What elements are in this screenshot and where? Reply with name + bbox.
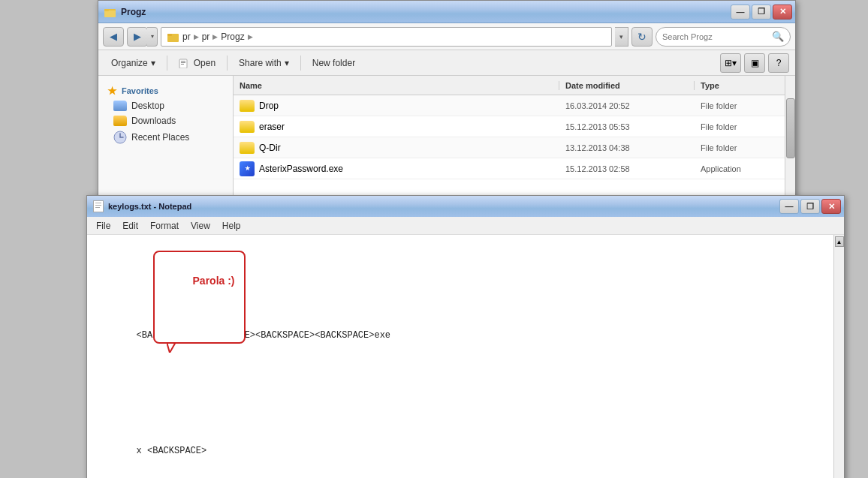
nav-dropdown-button[interactable]: ▾ bbox=[147, 27, 158, 47]
table-row[interactable]: eraser 15.12.2013 05:53 File folder bbox=[234, 116, 785, 137]
notepad-title-left: keylogs.txt - Notepad bbox=[93, 200, 191, 212]
toolbar-separator-2 bbox=[227, 56, 228, 71]
callout-label: Parola :) bbox=[193, 275, 235, 287]
recent-places-icon bbox=[113, 131, 127, 144]
col-header-name[interactable]: Name bbox=[234, 81, 559, 90]
scrollbar-thumb[interactable] bbox=[786, 98, 795, 158]
table-row[interactable]: Q-Dir 13.12.2013 04:38 File folder bbox=[234, 137, 785, 158]
view-options-btn[interactable]: ⊞▾ bbox=[720, 53, 741, 73]
toolbar-separator-3 bbox=[300, 56, 301, 71]
file-date: 15.12.2013 05:53 bbox=[559, 122, 695, 131]
file-name: eraser bbox=[259, 122, 285, 132]
search-box: 🔍 bbox=[656, 27, 791, 47]
explorer-toolbar: Organize ▾ Open Share with ▾ New folder … bbox=[98, 50, 795, 76]
table-row[interactable]: Drop 16.03.2014 20:52 File folder bbox=[234, 95, 785, 116]
toolbar-separator-1 bbox=[167, 56, 167, 71]
svg-rect-4 bbox=[167, 34, 172, 36]
notepad-scrollbar[interactable]: ▲ bbox=[833, 235, 844, 478]
file-type: File folder bbox=[695, 143, 785, 152]
file-date: 16.03.2014 20:52 bbox=[559, 101, 695, 110]
notepad-minimize-btn[interactable]: — bbox=[779, 199, 799, 214]
callout-tail-icon bbox=[167, 342, 182, 353]
explorer-title-text: Progz bbox=[121, 7, 146, 17]
col-header-type[interactable]: Type bbox=[695, 81, 785, 90]
menu-view[interactable]: View bbox=[185, 218, 216, 234]
notepad-line-3: x <BACKSPACE> bbox=[93, 429, 827, 473]
file-name-cell: Drop bbox=[234, 100, 559, 112]
forward-button[interactable]: ▶ bbox=[127, 27, 148, 47]
folder-icon bbox=[240, 142, 255, 154]
notepad-app-icon bbox=[93, 200, 104, 212]
notepad-text-line-3: x <BACKSPACE> bbox=[137, 446, 207, 456]
file-date: 13.12.2013 04:38 bbox=[559, 143, 695, 152]
svg-rect-7 bbox=[181, 62, 185, 63]
downloads-label: Downloads bbox=[131, 116, 176, 126]
explorer-close-btn[interactable]: ✕ bbox=[773, 5, 792, 20]
address-path[interactable]: pr ▶ pr ▶ Progz ▶ bbox=[161, 27, 612, 47]
notepad-maximize-btn[interactable]: ❐ bbox=[800, 199, 820, 214]
path-part-1: pr bbox=[182, 32, 191, 42]
notepad-close-btn[interactable]: ✕ bbox=[821, 199, 841, 214]
notepad-text-area[interactable]: Parola :) <BACKSPACE><BACKSPACE><BACKSPA… bbox=[87, 235, 833, 478]
menu-edit[interactable]: Edit bbox=[116, 218, 144, 234]
favorites-label: Favorites bbox=[122, 86, 158, 95]
favorites-section: ★ Favorites bbox=[98, 82, 233, 98]
new-folder-button[interactable]: New folder bbox=[306, 53, 362, 74]
notepad-window-controls: — ❐ ✕ bbox=[779, 199, 841, 214]
search-input[interactable] bbox=[662, 32, 769, 41]
favorites-star-icon: ★ bbox=[107, 85, 117, 97]
menu-help[interactable]: Help bbox=[216, 218, 247, 234]
back-button[interactable]: ◀ bbox=[103, 27, 124, 47]
menu-file[interactable]: File bbox=[90, 218, 116, 234]
path-arrow-3: ▶ bbox=[248, 33, 253, 41]
refresh-button[interactable]: ↻ bbox=[631, 27, 653, 47]
organize-button[interactable]: Organize ▾ bbox=[104, 53, 162, 74]
address-dropdown-btn[interactable]: ▾ bbox=[615, 27, 628, 47]
path-arrow-2: ▶ bbox=[212, 33, 218, 41]
folder-icon bbox=[240, 100, 255, 112]
share-with-button[interactable]: Share with ▾ bbox=[232, 53, 296, 74]
col-header-date[interactable]: Date modified bbox=[559, 81, 695, 90]
svg-rect-8 bbox=[181, 64, 184, 65]
preview-pane-btn[interactable]: ▣ bbox=[744, 53, 765, 73]
app-icon: ★ bbox=[240, 161, 255, 176]
path-arrow-1: ▶ bbox=[194, 33, 199, 41]
sidebar-item-desktop[interactable]: Desktop bbox=[98, 98, 233, 113]
svg-rect-2 bbox=[104, 9, 109, 11]
notepad-menu-bar: File Edit Format View Help bbox=[87, 217, 844, 235]
explorer-minimize-btn[interactable]: — bbox=[731, 5, 750, 20]
svg-rect-1 bbox=[104, 11, 116, 17]
folder-path-icon bbox=[167, 32, 179, 42]
svg-rect-6 bbox=[181, 61, 185, 62]
open-button[interactable]: Open bbox=[172, 53, 222, 74]
file-name: Q-Dir bbox=[259, 143, 281, 153]
explorer-title-bar: Progz — ❐ ✕ bbox=[98, 1, 795, 23]
file-list-header: Name Date modified Type bbox=[234, 76, 785, 95]
sidebar-item-recent-places[interactable]: Recent Places bbox=[98, 128, 233, 146]
folder-icon bbox=[240, 121, 255, 133]
desktop-label: Desktop bbox=[131, 101, 164, 111]
help-btn[interactable]: ? bbox=[768, 53, 789, 73]
search-icon[interactable]: 🔍 bbox=[772, 31, 784, 42]
notepad-line-2 bbox=[93, 386, 827, 401]
file-name-cell: eraser bbox=[234, 121, 559, 133]
desktop-folder-icon bbox=[113, 101, 127, 111]
toolbar-right: ⊞▾ ▣ ? bbox=[720, 53, 789, 73]
file-name: Drop bbox=[259, 101, 279, 111]
file-name-cell: Q-Dir bbox=[234, 142, 559, 154]
file-name-cell: ★ AsterixPassword.exe bbox=[234, 161, 559, 176]
explorer-title-left: Progz bbox=[104, 7, 146, 17]
file-name: AsterixPassword.exe bbox=[259, 164, 343, 174]
open-icon bbox=[179, 58, 191, 68]
recent-places-label: Recent Places bbox=[131, 132, 189, 143]
menu-format[interactable]: Format bbox=[144, 218, 185, 234]
explorer-window-controls: — ❐ ✕ bbox=[731, 5, 792, 20]
table-row[interactable]: ★ AsterixPassword.exe 15.12.2013 02:58 A… bbox=[234, 158, 785, 179]
file-type: Application bbox=[695, 164, 785, 173]
explorer-maximize-btn[interactable]: ❐ bbox=[752, 5, 771, 20]
notepad-title-bar: keylogs.txt - Notepad — ❐ ✕ bbox=[87, 196, 844, 217]
explorer-window-icon bbox=[104, 7, 116, 17]
notepad-scroll-up[interactable]: ▲ bbox=[835, 236, 844, 247]
sidebar-item-downloads[interactable]: Downloads bbox=[98, 113, 233, 128]
path-part-2: pr bbox=[202, 32, 210, 42]
